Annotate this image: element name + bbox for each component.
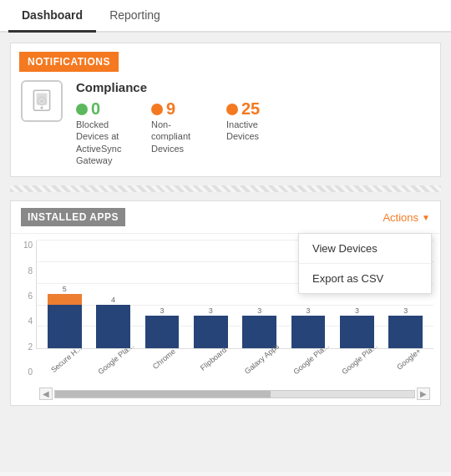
y-label-4: 4 — [18, 316, 33, 326]
stat-noncompliant-value: 9 — [166, 99, 175, 119]
installed-apps-title: INSTALLED APPS — [21, 208, 125, 226]
bar-value-label: 3 — [355, 306, 359, 315]
stat-blocked: 0 Blocked Devices at ActiveSync Gateway — [76, 99, 134, 166]
dropdown-item-view-devices[interactable]: View Devices — [299, 234, 431, 263]
y-label-0: 0 — [18, 367, 33, 377]
scroll-right-icon[interactable]: ▶ — [417, 387, 430, 400]
x-label: Google Pla... — [89, 351, 138, 364]
section-divider — [10, 185, 441, 192]
svg-point-4 — [40, 99, 43, 102]
bar-macos-segment — [194, 316, 228, 348]
bar-value-label: 3 — [307, 306, 311, 315]
bar-macos-segment — [388, 316, 423, 348]
bar-value-label: 3 — [403, 306, 408, 315]
installed-apps-section: INSTALLED APPS Actions ▼ 10 8 6 4 2 0 — [10, 200, 441, 406]
scroll-thumb — [55, 391, 271, 398]
bar-macos-segment — [340, 316, 374, 348]
y-axis: 10 8 6 4 2 0 — [18, 241, 33, 402]
dropdown-menu: View Devices Export as CSV — [298, 233, 432, 294]
bar-macos-segment — [291, 316, 326, 348]
y-label-8: 8 — [18, 266, 33, 276]
bar-value-label: 4 — [111, 296, 115, 304]
tab-reporting[interactable]: Reporting — [96, 0, 174, 33]
bar-ios-segment — [48, 294, 82, 305]
bar-macos-segment — [96, 305, 130, 348]
bar-value-label: 3 — [209, 306, 213, 315]
stat-blocked-label: Blocked Devices at ActiveSync Gateway — [76, 119, 134, 166]
stat-noncompliant-number: 9 — [151, 99, 175, 119]
bar-group: 5 — [40, 285, 89, 348]
bar-macos-segment — [48, 305, 82, 348]
stat-blocked-number: 0 — [76, 99, 100, 119]
x-label: Flipboard — [186, 351, 236, 364]
x-label: Chrome — [137, 351, 186, 364]
x-labels: Secure H...Google Pla...ChromeFlipboardG… — [36, 349, 433, 364]
scroll-left-icon[interactable]: ◀ — [39, 387, 53, 400]
compliance-content: Compliance 0 Blocked Devices at ActiveSy… — [76, 80, 430, 166]
y-label-6: 6 — [18, 291, 33, 301]
actions-label: Actions — [383, 211, 418, 224]
stat-inactive: 25 Inactive Devices — [226, 99, 285, 166]
actions-button[interactable]: Actions ▼ — [383, 211, 430, 224]
installed-apps-header: INSTALLED APPS Actions ▼ — [11, 201, 440, 234]
bar-value-label: 5 — [63, 285, 67, 293]
x-label: Google Pla... — [332, 351, 382, 364]
x-label: Google Pla... — [284, 351, 333, 364]
notifications-section: NOTIFICATIONS Compliance — [10, 43, 441, 177]
compliance-title: Compliance — [76, 80, 430, 94]
y-label-10: 10 — [18, 241, 33, 250]
x-label: Secure H... — [39, 351, 89, 364]
compliance-row: Compliance 0 Blocked Devices at ActiveSy… — [11, 80, 440, 176]
compliance-icon — [21, 80, 63, 122]
stat-blocked-value: 0 — [91, 99, 100, 119]
dropdown-item-export-csv[interactable]: Export as CSV — [299, 264, 431, 293]
stat-noncompliant-dot — [151, 104, 163, 115]
stat-noncompliant-label: Non-compliant Devices — [151, 119, 210, 154]
stat-inactive-label: Inactive Devices — [226, 119, 285, 143]
stat-blocked-dot — [76, 104, 88, 115]
stat-noncompliant: 9 Non-compliant Devices — [151, 99, 210, 166]
stat-inactive-dot — [226, 104, 238, 115]
y-label-2: 2 — [18, 342, 33, 352]
x-label: Google+ — [382, 351, 431, 364]
compliance-stats: 0 Blocked Devices at ActiveSync Gateway … — [76, 99, 430, 166]
stat-inactive-number: 25 — [226, 99, 260, 119]
device-icon — [28, 88, 55, 114]
x-label: Galaxy Apps — [235, 351, 284, 364]
bar-value-label: 3 — [257, 306, 261, 315]
scroll-track[interactable] — [54, 390, 415, 398]
tab-bar: Dashboard Reporting — [0, 0, 451, 33]
svg-point-2 — [40, 106, 43, 109]
main-content: NOTIFICATIONS Compliance — [0, 33, 451, 472]
bar-macos-segment — [242, 316, 276, 348]
bar-macos-segment — [145, 316, 180, 348]
notifications-header: NOTIFICATIONS — [19, 52, 119, 72]
bar-value-label: 3 — [160, 306, 164, 315]
tab-dashboard[interactable]: Dashboard — [8, 0, 96, 33]
stat-inactive-value: 25 — [241, 99, 260, 119]
scroll-bar[interactable]: ◀ ▶ — [36, 386, 433, 402]
actions-arrow-icon: ▼ — [422, 213, 430, 222]
